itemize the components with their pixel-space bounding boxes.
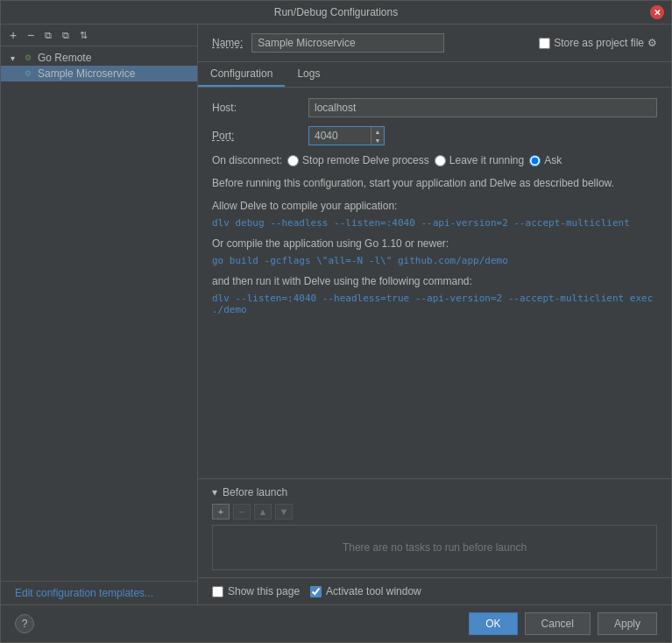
section3-code: dlv --listen=:4040 --headless=true --api… [212, 293, 657, 315]
move-config-button[interactable]: ⧉ [59, 28, 73, 42]
title-bar: Run/Debug Configurations ✕ [1, 1, 671, 25]
dialog-title: Run/Debug Configurations [22, 6, 650, 18]
radio-ask-label[interactable]: Ask [529, 154, 562, 166]
section1-title: Allow Delve to compile your application: [212, 200, 657, 212]
before-launch-label: Before launch [223, 486, 287, 498]
cancel-button[interactable]: Cancel [525, 612, 591, 635]
name-input[interactable] [251, 33, 444, 53]
info-text: Before running this configuration, start… [212, 175, 657, 191]
host-input[interactable] [308, 98, 657, 117]
add-config-button[interactable]: + [6, 28, 20, 42]
config-header: Name: Store as project file ⚙ [198, 25, 671, 62]
on-disconnect-label: On disconnect: [212, 154, 282, 166]
run-debug-dialog: Run/Debug Configurations ✕ + − ⧉ ⧉ ⇅ ▾ ⚙… [0, 0, 672, 643]
radio-stop[interactable] [287, 155, 299, 166]
tree-child-sample-microservice[interactable]: ⚙ Sample Microservice [1, 66, 197, 81]
edit-templates-link[interactable]: Edit configuration templates... [8, 583, 160, 603]
port-increment-button[interactable]: ▲ [371, 127, 384, 136]
tree-parent-label: Go Remote [38, 52, 91, 64]
sort-config-button[interactable]: ⇅ [76, 28, 90, 42]
before-launch-remove-button[interactable]: − [233, 504, 251, 519]
before-launch-section: ▾ Before launch + − ▲ ▼ There are no tas… [198, 478, 671, 577]
microservice-icon: ⚙ [22, 67, 34, 80]
store-project-gear-icon[interactable]: ⚙ [647, 37, 657, 49]
port-input[interactable] [309, 127, 371, 145]
activate-window-label[interactable]: Activate tool window [310, 585, 421, 597]
tree-child-label: Sample Microservice [38, 67, 135, 80]
remove-config-button[interactable]: − [24, 28, 38, 42]
before-launch-up-button[interactable]: ▲ [254, 504, 272, 519]
go-remote-icon: ⚙ [22, 52, 34, 64]
content-area: + − ⧉ ⧉ ⇅ ▾ ⚙ Go Remote ⚙ Sample Microse… [1, 25, 671, 604]
host-row: Host: [212, 98, 657, 117]
store-project-label[interactable]: Store as project file [554, 37, 644, 49]
no-tasks-message: There are no tasks to run before launch [212, 525, 657, 570]
host-label: Host: [212, 102, 308, 114]
footer-buttons: OK Cancel Apply [469, 612, 657, 635]
tab-configuration[interactable]: Configuration [198, 62, 285, 87]
bottom-options: Show this page Activate tool window [198, 577, 671, 604]
port-wrapper: ▲ ▼ [308, 126, 385, 145]
sidebar-bottom: Edit configuration templates... [1, 581, 197, 604]
radio-leave-label[interactable]: Leave it running [435, 154, 524, 166]
sidebar-toolbar: + − ⧉ ⧉ ⇅ [1, 25, 197, 46]
radio-ask[interactable] [529, 155, 541, 166]
help-button[interactable]: ? [15, 614, 34, 633]
tree-group-go-remote: ▾ ⚙ Go Remote ⚙ Sample Microservice [1, 50, 197, 81]
close-button[interactable]: ✕ [650, 5, 664, 19]
before-launch-down-button[interactable]: ▼ [275, 504, 293, 519]
tabs: Configuration Logs [198, 62, 671, 88]
tree-parent-go-remote[interactable]: ▾ ⚙ Go Remote [1, 50, 197, 66]
before-launch-add-button[interactable]: + [212, 504, 230, 519]
port-spinners: ▲ ▼ [371, 127, 384, 145]
radio-stop-label[interactable]: Stop remote Delve process [287, 154, 429, 166]
store-project-checkbox[interactable] [539, 38, 550, 49]
tab-content: Host: Port: ▲ ▼ On disconn [198, 88, 671, 478]
section1-code: dlv debug --headless --listen=:4040 --ap… [212, 217, 657, 229]
before-launch-header[interactable]: ▾ Before launch [212, 486, 657, 498]
show-page-label[interactable]: Show this page [212, 585, 300, 597]
copy-config-button[interactable]: ⧉ [41, 28, 55, 42]
tab-logs[interactable]: Logs [285, 62, 332, 87]
sidebar: + − ⧉ ⧉ ⇅ ▾ ⚙ Go Remote ⚙ Sample Microse… [1, 25, 198, 604]
on-disconnect-row: On disconnect: Stop remote Delve process… [212, 154, 657, 166]
show-page-checkbox[interactable] [212, 586, 223, 597]
chevron-down-icon: ▾ [6, 52, 18, 64]
footer: ? OK Cancel Apply [1, 604, 671, 642]
store-project-wrapper: Store as project file ⚙ [539, 37, 657, 49]
section3-title: and then run it with Delve using the fol… [212, 275, 657, 287]
activate-window-text: Activate tool window [326, 585, 421, 597]
port-row: Port: ▲ ▼ [212, 126, 657, 145]
port-decrement-button[interactable]: ▼ [371, 136, 384, 145]
section2-code: go build -gcflags \"all=-N -l\" github.c… [212, 255, 657, 266]
radio-leave[interactable] [435, 155, 446, 166]
ok-button[interactable]: OK [469, 612, 517, 635]
activate-window-checkbox[interactable] [310, 586, 322, 597]
name-label: Name: [212, 37, 243, 49]
config-panel: Name: Store as project file ⚙ Configurat… [198, 25, 671, 604]
config-tree: ▾ ⚙ Go Remote ⚙ Sample Microservice [1, 46, 197, 581]
apply-button[interactable]: Apply [598, 612, 657, 635]
port-label: Port: [212, 130, 308, 142]
before-launch-chevron-icon: ▾ [212, 486, 217, 498]
show-page-text: Show this page [228, 585, 300, 597]
before-launch-toolbar: + − ▲ ▼ [212, 504, 657, 519]
section2-title: Or compile the application using Go 1.10… [212, 237, 657, 250]
